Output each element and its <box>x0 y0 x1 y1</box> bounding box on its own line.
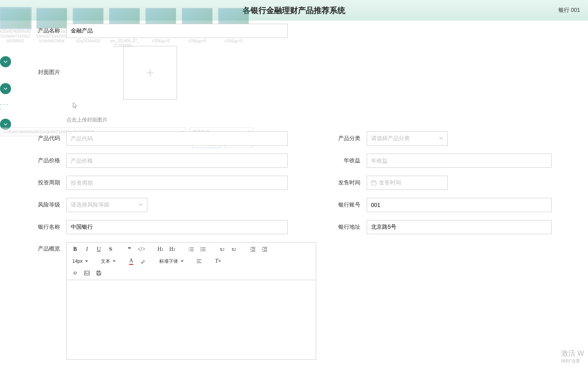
chevron-down-icon <box>138 202 143 208</box>
risk-level-select[interactable]: 请选择风险等级 <box>66 198 147 212</box>
cursor-icon <box>73 102 78 109</box>
code-block-button[interactable]: </> <box>137 245 146 254</box>
strike-button[interactable]: S <box>106 245 115 254</box>
product-code-label: 产品代码 <box>32 135 66 142</box>
risk-level-label: 风险等级 <box>32 201 66 209</box>
save-button[interactable] <box>94 269 103 277</box>
indent-increase-button[interactable] <box>260 245 269 254</box>
product-code-input[interactable] <box>66 131 288 146</box>
underline-button[interactable]: U <box>94 245 103 254</box>
sidebar-toggle-1[interactable] <box>0 56 11 67</box>
sidebar: - - - - <box>0 21 11 368</box>
svg-point-11 <box>85 272 86 273</box>
editor-toolbar: B I U S ❞ </> H1 H2 123 <box>67 243 316 280</box>
svg-rect-0 <box>371 181 376 185</box>
text-type-select[interactable]: 文本 <box>99 257 117 266</box>
svg-point-9 <box>201 250 202 251</box>
bold-button[interactable]: B <box>71 245 79 254</box>
link-button[interactable] <box>71 269 79 277</box>
plus-icon <box>145 67 156 78</box>
highlight-button[interactable] <box>139 257 147 266</box>
cover-upload-box[interactable] <box>123 46 177 100</box>
annual-return-input[interactable] <box>367 154 552 168</box>
svg-rect-10 <box>85 271 89 275</box>
cover-image-label: 封面图片 <box>32 46 66 76</box>
svg-rect-12 <box>98 271 100 272</box>
chevron-down-icon <box>439 135 443 142</box>
annual-return-label: 年收益 <box>332 157 367 164</box>
align-button[interactable] <box>195 257 204 266</box>
text-color-button[interactable]: A <box>127 257 136 266</box>
calendar-icon <box>371 180 377 186</box>
sidebar-toggle-3[interactable] <box>0 119 11 130</box>
svg-point-7 <box>201 247 202 248</box>
svg-rect-13 <box>98 273 100 275</box>
bank-account-label: 银行账号 <box>332 201 367 209</box>
bank-name-label: 银行名称 <box>32 224 66 231</box>
clear-format-button[interactable]: T✕ <box>214 257 222 266</box>
superscript-button[interactable]: x2 <box>230 245 238 254</box>
unordered-list-button[interactable] <box>199 245 207 254</box>
product-name-input[interactable] <box>66 24 288 38</box>
font-family-select[interactable]: 标准字体 <box>158 257 185 266</box>
bank-address-label: 银行地址 <box>332 224 367 231</box>
ordered-list-button[interactable]: 123 <box>187 245 196 254</box>
invest-cycle-label: 投资周期 <box>32 179 66 186</box>
h2-button[interactable]: H2 <box>168 245 177 254</box>
windows-activation-watermark: 激活 W 转到"设置 <box>561 349 584 364</box>
svg-text:3: 3 <box>188 250 189 252</box>
product-price-input[interactable] <box>66 154 288 168</box>
sale-time-picker[interactable]: 发售时间 <box>367 176 448 190</box>
bank-account-input[interactable] <box>367 198 552 212</box>
product-category-select[interactable]: 请选择产品分类 <box>367 131 448 146</box>
font-size-select[interactable]: 14px <box>71 257 89 266</box>
bank-name-input[interactable] <box>66 220 288 234</box>
quote-button[interactable]: ❞ <box>125 245 134 254</box>
rich-text-editor: B I U S ❞ </> H1 H2 123 <box>66 242 316 360</box>
invest-cycle-input[interactable] <box>66 176 288 190</box>
sidebar-divider: - - - - <box>0 102 11 111</box>
sale-time-label: 发售时间 <box>332 179 367 186</box>
cover-upload-hint: 点击上传封面图片 <box>66 116 177 123</box>
subscript-button[interactable]: x2 <box>218 245 226 254</box>
product-price-label: 产品价格 <box>32 157 66 164</box>
product-category-label: 产品分类 <box>332 135 367 142</box>
current-user[interactable]: 银行 001 <box>558 7 580 14</box>
sidebar-toggle-2[interactable] <box>0 83 11 94</box>
app-title: 各银行金融理财产品推荐系统 <box>243 5 345 16</box>
svg-point-8 <box>201 249 202 250</box>
app-header: 各银行金融理财产品推荐系统 银行 001 <box>0 0 588 21</box>
indent-decrease-button[interactable] <box>249 245 257 254</box>
product-name-label: 产品名称 <box>32 27 66 34</box>
h1-button[interactable]: H1 <box>156 245 165 254</box>
image-button[interactable] <box>83 269 91 277</box>
bank-address-input[interactable] <box>367 220 552 234</box>
main-form: 产品名称 封面图片 点击上传封面图片 产品代码 产品分类 <box>32 21 588 368</box>
italic-button[interactable]: I <box>83 245 91 254</box>
editor-body[interactable] <box>67 280 316 359</box>
product-overview-label: 产品概览 <box>32 242 66 252</box>
